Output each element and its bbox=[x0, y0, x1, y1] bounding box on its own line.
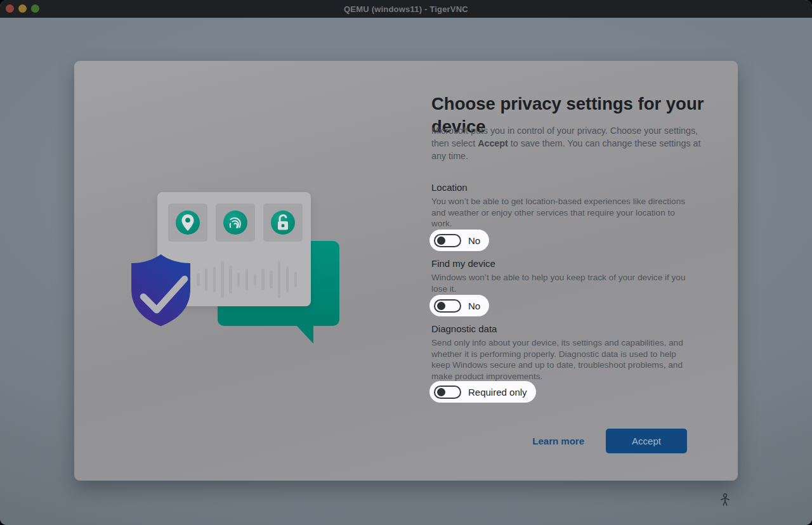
speech-bubble-tail bbox=[296, 325, 313, 344]
traffic-lights bbox=[6, 4, 39, 13]
toggle-knob bbox=[437, 388, 445, 396]
location-description: You won’t be able to get location-based … bbox=[431, 196, 686, 230]
fingerprint-icon bbox=[223, 211, 247, 235]
toggle-knob bbox=[437, 302, 445, 310]
diagnostic-data-toggle-row[interactable]: Required only bbox=[429, 381, 536, 403]
windows-oobe-screen: Choose privacy settings for your device … bbox=[0, 18, 812, 525]
tile-lock bbox=[263, 204, 303, 242]
waveform-bar bbox=[205, 268, 208, 291]
location-label: Location bbox=[431, 181, 698, 194]
find-my-device-toggle-row[interactable]: No bbox=[429, 295, 489, 316]
accept-button[interactable]: Accept bbox=[606, 429, 687, 453]
titlebar: QEMU (windows11) - TigerVNC bbox=[0, 0, 812, 18]
vnc-window: QEMU (windows11) - TigerVNC bbox=[0, 0, 812, 525]
toggle-knob bbox=[437, 237, 445, 245]
waveform-bar bbox=[294, 272, 298, 287]
accessibility-icon[interactable] bbox=[718, 493, 732, 508]
waveform-bar bbox=[286, 266, 289, 293]
tile-fingerprint bbox=[216, 204, 255, 242]
waveform-bar bbox=[254, 274, 257, 285]
waveform-bar bbox=[246, 269, 249, 290]
padlock-icon bbox=[271, 211, 295, 235]
location-toggle-row[interactable]: No bbox=[429, 230, 489, 251]
privacy-settings-card: Choose privacy settings for your device … bbox=[74, 61, 738, 481]
footer-actions: Learn more Accept bbox=[532, 429, 687, 453]
shield-check-icon bbox=[124, 251, 197, 332]
location-pin-icon bbox=[176, 211, 200, 235]
find-my-device-label: Find my device bbox=[431, 257, 698, 270]
window-title: QEMU (windows11) - TigerVNC bbox=[344, 4, 468, 14]
waveform-bar bbox=[229, 266, 232, 294]
find-my-device-toggle[interactable] bbox=[434, 299, 461, 313]
location-toggle-label: No bbox=[468, 235, 480, 246]
location-toggle[interactable] bbox=[434, 234, 461, 247]
waveform-bar bbox=[213, 267, 216, 292]
diagnostic-data-toggle-label: Required only bbox=[468, 387, 527, 398]
tile-location bbox=[168, 204, 207, 242]
diagnostic-data-description: Send only info about your device, its se… bbox=[431, 337, 686, 382]
find-my-device-toggle-label: No bbox=[468, 301, 480, 311]
privacy-illustration bbox=[74, 61, 429, 481]
diagnostic-data-label: Diagnostic data bbox=[431, 323, 698, 335]
waveform-bar bbox=[270, 271, 273, 288]
find-my-device-description: Windows won’t be able to help you keep t… bbox=[431, 272, 686, 294]
waveform-bar bbox=[261, 269, 265, 290]
privacy-settings-content: Choose privacy settings for your device … bbox=[431, 61, 716, 481]
learn-more-link[interactable]: Learn more bbox=[532, 436, 584, 446]
minimize-button[interactable] bbox=[18, 4, 27, 13]
diagnostic-data-toggle[interactable] bbox=[434, 386, 461, 399]
close-button[interactable] bbox=[6, 4, 14, 13]
intro-bold-accept: Accept bbox=[478, 138, 508, 148]
icon-tiles bbox=[168, 204, 303, 242]
waveform bbox=[197, 256, 301, 304]
waveform-bar bbox=[221, 261, 224, 298]
waveform-bar bbox=[237, 273, 240, 287]
waveform-bar bbox=[278, 261, 281, 298]
intro-text: Microsoft puts you in control of your pr… bbox=[431, 124, 703, 162]
zoom-button[interactable] bbox=[31, 4, 39, 13]
